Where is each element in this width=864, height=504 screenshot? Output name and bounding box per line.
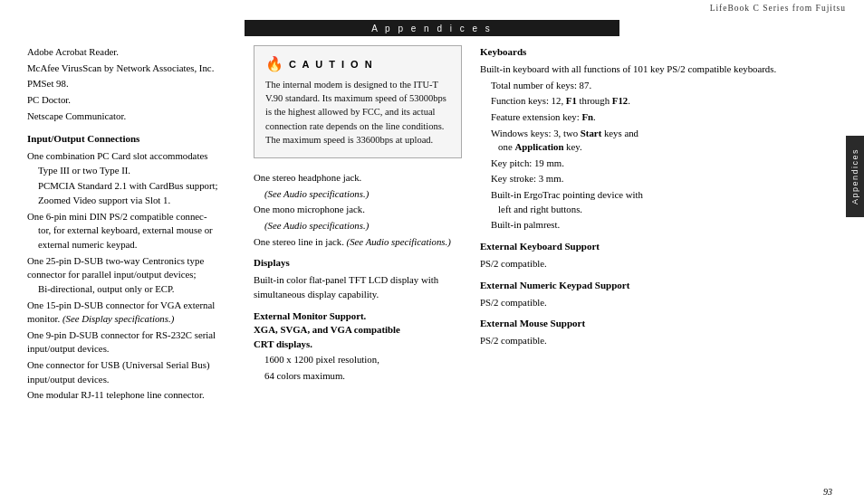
ext-keyboard-heading: External Keyboard Support	[480, 240, 837, 254]
kb-item-0: Total number of keys: 87.	[480, 79, 837, 93]
main-content: Adobe Acrobat Reader. McAfee VirusScan b…	[27, 45, 837, 486]
middle-column: 🔥 C A U T I O N The internal modem is de…	[245, 45, 471, 486]
ext-mouse-heading: External Mouse Support	[480, 317, 837, 331]
displays-heading: Displays	[254, 256, 462, 271]
ext-keypad-text: PS/2 compatible.	[480, 296, 837, 310]
kb-item-6: Built-in ErgoTrac pointing device with l…	[480, 188, 837, 216]
ext-keypad-section: External Numeric Keypad Support PS/2 com…	[480, 279, 837, 310]
ext-mouse-text: PS/2 compatible.	[480, 334, 837, 348]
kb-item-5: Key stroke: 3 mm.	[480, 172, 837, 186]
ext-keypad-heading: External Numeric Keypad Support	[480, 279, 837, 293]
sidebar-tab: Appendices	[846, 136, 864, 217]
ext-monitor-colors: 64 colors maximum.	[254, 369, 462, 384]
appendices-banner: A p p e n d i c e s	[245, 20, 619, 36]
io-item-1: PCMCIA Standard 2.1 with CardBus support…	[27, 179, 235, 207]
audio-item-3: One mono microphone jack.	[254, 203, 462, 217]
kb-item-2: Feature extension key: Fn.	[480, 110, 837, 125]
caution-box: 🔥 C A U T I O N The internal modem is de…	[254, 45, 462, 158]
intro-line-3: PMSet 98.	[27, 77, 235, 91]
io-item-6: One connector for USB (Universal Serial …	[27, 358, 235, 386]
io-heading: Input/Output Connections	[27, 132, 235, 147]
ext-keyboard-text: PS/2 compatible.	[480, 257, 837, 271]
kb-item-7: Built-in palmrest.	[480, 218, 837, 233]
io-item-2: One 6-pin mini DIN PS/2 compatible conne…	[27, 210, 235, 252]
sidebar-label: Appendices	[850, 148, 859, 204]
kb-item-4: Key pitch: 19 mm.	[480, 157, 837, 171]
io-item-3: One 25-pin D-SUB two-way Centronics type…	[27, 254, 235, 297]
io-section: Input/Output Connections One combination…	[27, 132, 235, 403]
displays-section: Displays Built-in color flat-panel TFT L…	[254, 256, 462, 301]
caution-header: 🔥 C A U T I O N	[265, 55, 450, 72]
intro-line-5: Netscape Communicator.	[27, 109, 235, 124]
ext-monitor-res: 1600 x 1200 pixel resolution,	[254, 353, 462, 367]
intro-line-4: PC Doctor.	[27, 93, 235, 108]
kb-item-1: Function keys: 12, F1 through F12.	[480, 94, 837, 109]
ext-keyboard-section: External Keyboard Support PS/2 compatibl…	[480, 240, 837, 271]
caution-icon: 🔥	[265, 55, 283, 72]
header: LifeBook C Series from Fujitsu	[0, 0, 864, 16]
right-column: Keyboards Built-in keyboard with all fun…	[471, 45, 837, 486]
io-item-0: One combination PC Card slot accommodate…	[27, 149, 235, 177]
audio-item-5: One stereo line in jack. (See Audio spec…	[254, 235, 462, 250]
audio-item-4: (See Audio specifications.)	[254, 219, 462, 233]
intro-line-1: Adobe Acrobat Reader.	[27, 45, 235, 60]
kb-item-3: Windows keys: 3, two Start keys and one …	[480, 127, 837, 155]
external-monitor-section: External Monitor Support.XGA, SVGA, and …	[254, 309, 462, 384]
ext-monitor-heading: External Monitor Support.XGA, SVGA, and …	[254, 309, 462, 352]
displays-text: Built-in color flat-panel TFT LCD displa…	[254, 273, 462, 301]
banner-label: A p p e n d i c e s	[371, 24, 493, 33]
audio-item-1: One stereo headphone jack.	[254, 171, 462, 185]
keyboards-heading: Keyboards	[480, 45, 837, 60]
left-column: Adobe Acrobat Reader. McAfee VirusScan b…	[27, 45, 245, 486]
caution-title: C A U T I O N	[289, 59, 374, 70]
page-number: 93	[823, 487, 832, 497]
ext-mouse-section: External Mouse Support PS/2 compatible.	[480, 317, 837, 348]
caution-text: The internal modem is designed to the IT…	[265, 78, 450, 147]
io-item-7: One modular RJ-11 telephone line connect…	[27, 388, 235, 403]
io-item-4: One 15-pin D-SUB connector for VGA exter…	[27, 299, 235, 327]
keyboards-intro: Built-in keyboard with all functions of …	[480, 62, 837, 77]
audio-item-2: (See Audio specifications.)	[254, 187, 462, 202]
io-item-5: One 9-pin D-SUB connector for RS-232C se…	[27, 328, 235, 357]
intro-line-2: McAfee VirusScan by Network Associates, …	[27, 62, 235, 76]
header-title: LifeBook C Series from Fujitsu	[710, 4, 846, 13]
keyboards-section: Keyboards Built-in keyboard with all fun…	[480, 45, 837, 233]
page-num-text: 93	[823, 487, 832, 497]
